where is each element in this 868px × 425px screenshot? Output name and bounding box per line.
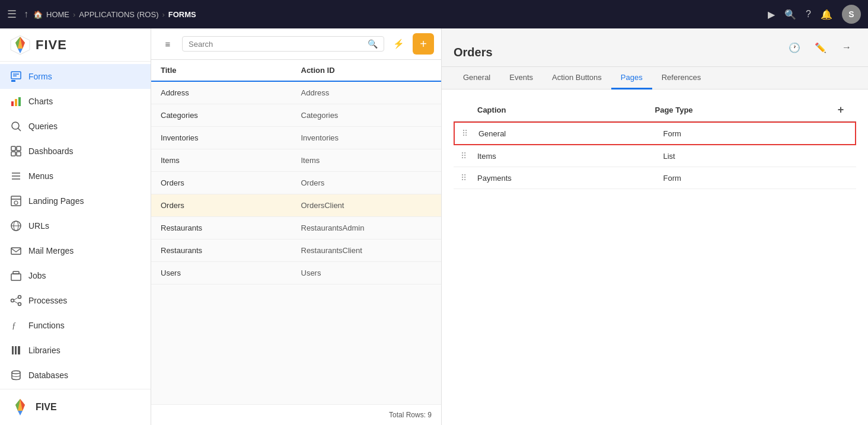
menus-icon xyxy=(9,170,23,183)
sidebar-item-landing-pages[interactable]: Landing Pages xyxy=(0,188,151,213)
notification-icon[interactable]: 🔔 xyxy=(821,9,832,20)
five-logo-icon xyxy=(9,34,31,56)
sidebar-item-libraries[interactable]: Libraries xyxy=(0,338,151,363)
urls-icon xyxy=(9,219,23,232)
pages-row-payments[interactable]: ⠿ Payments Form xyxy=(454,167,856,189)
sidebar: FIVE Forms Charts Queries xyxy=(0,28,151,425)
page-caption: General xyxy=(478,129,663,138)
pages-row-general[interactable]: ⠿ General Form xyxy=(454,122,856,145)
main-layout: FIVE Forms Charts Queries xyxy=(0,28,868,425)
table-row[interactable]: Orders Orders xyxy=(151,172,441,194)
page-type: Form xyxy=(663,129,848,138)
table-row[interactable]: Inventories Inventories xyxy=(151,127,441,149)
row-action: Items xyxy=(292,156,432,165)
sidebar-item-databases[interactable]: Databases xyxy=(0,363,151,388)
sidebar-item-forms[interactable]: Forms xyxy=(0,64,151,89)
svg-rect-29 xyxy=(11,274,21,280)
total-rows: Total Rows: 9 xyxy=(389,411,432,419)
sidebar-item-databases-label: Databases xyxy=(28,370,68,380)
charts-icon xyxy=(9,95,23,108)
five-footer-logo-icon xyxy=(9,397,31,418)
sidebar-item-charts-label: Charts xyxy=(28,97,53,106)
row-action: Orders xyxy=(292,178,432,187)
search-input[interactable] xyxy=(189,40,364,49)
sidebar-item-urls[interactable]: URLs xyxy=(0,213,151,238)
svg-point-31 xyxy=(18,296,21,299)
sidebar-item-queries[interactable]: Queries xyxy=(0,114,151,139)
history-icon[interactable]: 🕐 xyxy=(785,38,804,57)
breadcrumb-applications[interactable]: APPLICATIONS (ROS) xyxy=(79,10,158,19)
row-action: Categories xyxy=(292,111,432,120)
right-header-actions: 🕐 ✏️ → xyxy=(785,38,856,66)
play-icon[interactable]: ▶ xyxy=(768,9,775,20)
col-title-header: Title xyxy=(161,66,292,75)
sidebar-item-mail-merges[interactable]: Mail Merges xyxy=(0,238,151,263)
tab-action-buttons[interactable]: Action Buttons xyxy=(542,67,611,90)
row-action: Users xyxy=(292,269,432,277)
bolt-icon[interactable]: ⚡ xyxy=(389,34,408,53)
svg-point-30 xyxy=(11,299,14,302)
table-row[interactable]: Categories Categories xyxy=(151,104,441,127)
sidebar-footer: FIVE xyxy=(0,389,151,425)
breadcrumb-forms[interactable]: FORMS xyxy=(168,10,196,19)
row-title: Users xyxy=(161,269,292,277)
svg-rect-14 xyxy=(11,146,15,151)
table-row[interactable]: Restaurants RestaurantsAdmin xyxy=(151,217,441,239)
drag-handle-icon: ⠿ xyxy=(462,129,478,138)
tab-general[interactable]: General xyxy=(454,67,500,90)
middle-panel: ≡ 🔍 ⚡ + Title Action ID Address Address … xyxy=(151,28,442,425)
forms-icon xyxy=(9,70,23,83)
svg-rect-16 xyxy=(11,152,15,156)
row-title: Restaurants xyxy=(161,223,292,232)
search-global-icon[interactable]: 🔍 xyxy=(784,9,796,20)
tabs-bar: General Events Action Buttons Pages Refe… xyxy=(442,67,868,90)
processes-icon xyxy=(9,294,23,307)
svg-line-13 xyxy=(18,129,21,132)
table-row[interactable]: Users Users xyxy=(151,262,441,285)
row-title: Address xyxy=(161,88,292,97)
pages-row-items[interactable]: ⠿ Items List xyxy=(454,145,856,167)
sidebar-item-forms-label: Forms xyxy=(28,72,52,81)
topbar: ☰ ↑ 🏠 HOME › APPLICATIONS (ROS) › FORMS … xyxy=(0,0,868,28)
sidebar-item-dashboards-label: Dashboards xyxy=(28,146,74,156)
sidebar-item-queries-label: Queries xyxy=(28,122,58,131)
filter-icon[interactable]: ≡ xyxy=(158,34,177,53)
sidebar-item-functions[interactable]: ƒ Functions xyxy=(0,313,151,338)
add-button[interactable]: + xyxy=(413,33,434,55)
tab-events[interactable]: Events xyxy=(500,67,542,90)
add-page-button[interactable]: + xyxy=(832,104,849,116)
row-title: Items xyxy=(161,156,292,165)
caption-col-header: Caption xyxy=(477,106,655,114)
sidebar-item-processes[interactable]: Processes xyxy=(0,288,151,313)
sidebar-item-menus[interactable]: Menus xyxy=(0,164,151,188)
table-row[interactable]: Items Items xyxy=(151,149,441,172)
row-title: Categories xyxy=(161,111,292,120)
sidebar-item-jobs[interactable]: Jobs xyxy=(0,263,151,288)
sidebar-logo: FIVE xyxy=(0,28,151,62)
svg-rect-38 xyxy=(18,346,20,354)
table-row[interactable]: Address Address xyxy=(151,82,441,104)
svg-rect-9 xyxy=(11,101,14,106)
help-icon[interactable]: ? xyxy=(806,9,811,20)
sidebar-item-charts[interactable]: Charts xyxy=(0,89,151,114)
table-row-selected[interactable]: Orders OrdersClient xyxy=(151,194,441,217)
row-title: Orders xyxy=(161,201,292,210)
close-icon[interactable]: → xyxy=(837,38,856,57)
svg-text:ƒ: ƒ xyxy=(12,321,16,330)
footer-logo-text: FIVE xyxy=(36,402,57,413)
avatar[interactable]: S xyxy=(842,5,861,24)
table-row[interactable]: Restaurants RestaurantsClient xyxy=(151,239,441,262)
sidebar-item-dashboards[interactable]: Dashboards xyxy=(0,139,151,164)
svg-line-33 xyxy=(14,298,18,300)
svg-point-39 xyxy=(12,371,20,374)
breadcrumb-home[interactable]: HOME xyxy=(46,10,69,19)
edit-icon[interactable]: ✏️ xyxy=(811,38,830,57)
queries-icon xyxy=(9,120,23,133)
tab-pages[interactable]: Pages xyxy=(611,67,652,90)
search-icon: 🔍 xyxy=(368,39,378,49)
functions-icon: ƒ xyxy=(9,319,23,332)
sidebar-item-jobs-label: Jobs xyxy=(28,271,46,280)
tab-references[interactable]: References xyxy=(652,67,710,90)
hamburger-icon[interactable]: ☰ xyxy=(7,8,17,21)
up-icon[interactable]: ↑ xyxy=(24,9,28,20)
